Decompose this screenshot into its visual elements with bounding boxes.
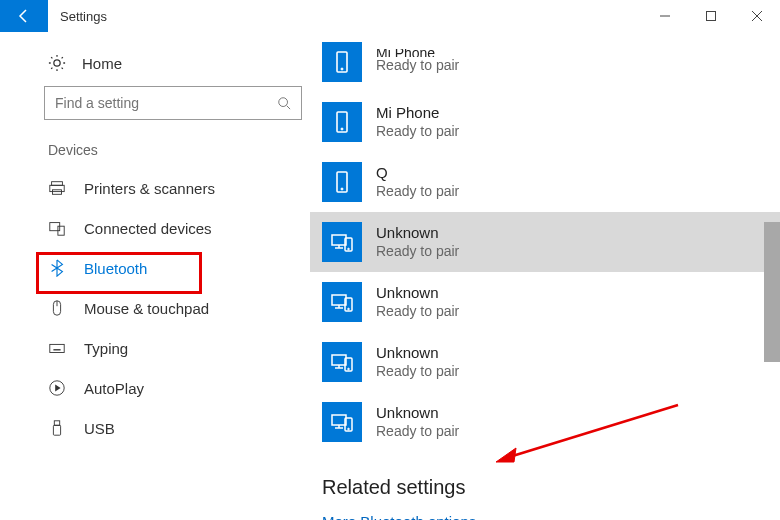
device-status: Ready to pair [376, 423, 459, 441]
related-settings: Related settings More Bluetooth options … [310, 452, 780, 520]
device-text: QReady to pair [376, 164, 459, 200]
back-button[interactable] [0, 0, 48, 32]
device-name: Mi Phone [376, 104, 459, 123]
svg-point-4 [279, 98, 288, 107]
device-text: UnknownReady to pair [376, 344, 459, 380]
main-panel: Mi PhoneReady to pairMi PhoneReady to pa… [310, 32, 780, 520]
device-tile [322, 342, 362, 382]
device-tile [322, 42, 362, 82]
sidebar-item-typing[interactable]: Typing [44, 328, 310, 368]
device-text: Mi PhoneReady to pair [376, 104, 459, 140]
device-text: UnknownReady to pair [376, 284, 459, 320]
svg-point-26 [341, 128, 343, 130]
svg-rect-6 [52, 182, 63, 186]
nav-label: Printers & scanners [84, 180, 215, 197]
category-header: Devices [44, 136, 310, 168]
device-name: Unknown [376, 224, 459, 243]
device-text: UnknownReady to pair [376, 404, 459, 440]
home-button[interactable]: Home [44, 48, 310, 86]
device-name: Mi Phone [376, 49, 459, 57]
scrollbar[interactable] [764, 32, 780, 520]
annotation-highlight [36, 252, 202, 294]
maximize-button[interactable] [688, 0, 734, 32]
minimize-button[interactable] [642, 0, 688, 32]
nav-label: Connected devices [84, 220, 212, 237]
device-list: Mi PhoneReady to pairMi PhoneReady to pa… [310, 32, 780, 452]
svg-point-33 [348, 248, 350, 250]
svg-point-43 [348, 368, 350, 370]
device-tile [322, 402, 362, 442]
svg-point-38 [348, 308, 350, 310]
nav-list: Printers & scanners Connected devices Bl… [44, 168, 310, 448]
search-input[interactable] [44, 86, 302, 120]
mouse-icon [48, 299, 66, 317]
link-bluetooth-options[interactable]: More Bluetooth options [322, 513, 780, 520]
device-status: Ready to pair [376, 303, 459, 321]
devices-icon [48, 219, 66, 237]
svg-point-48 [348, 428, 350, 430]
arrow-left-icon [16, 8, 32, 24]
home-label: Home [82, 55, 122, 72]
usb-icon [48, 419, 66, 437]
svg-rect-21 [54, 421, 59, 426]
device-name: Unknown [376, 284, 459, 303]
svg-point-28 [341, 188, 343, 190]
device-tile [322, 102, 362, 142]
svg-rect-7 [50, 185, 64, 191]
gear-icon [48, 54, 66, 72]
device-name: Q [376, 164, 459, 183]
svg-marker-20 [55, 384, 60, 391]
svg-rect-13 [50, 344, 64, 352]
device-status: Ready to pair [376, 57, 459, 75]
device-status: Ready to pair [376, 123, 459, 141]
search-icon [277, 96, 291, 110]
autoplay-icon [48, 379, 66, 397]
sidebar-item-mouse[interactable]: Mouse & touchpad [44, 288, 310, 328]
window-title: Settings [48, 0, 642, 32]
svg-rect-39 [332, 355, 346, 365]
device-status: Ready to pair [376, 183, 459, 201]
device-status: Ready to pair [376, 363, 459, 381]
device-name: Unknown [376, 404, 459, 423]
device-item[interactable]: Mi PhoneReady to pair [310, 92, 780, 152]
device-tile [322, 282, 362, 322]
device-text: UnknownReady to pair [376, 224, 459, 260]
device-item[interactable]: UnknownReady to pair [310, 392, 780, 452]
printer-icon [48, 179, 66, 197]
device-name: Unknown [376, 344, 459, 363]
device-item[interactable]: UnknownReady to pair [310, 332, 780, 392]
related-heading: Related settings [322, 476, 780, 499]
device-status: Ready to pair [376, 243, 459, 261]
maximize-icon [706, 11, 716, 21]
device-tile [322, 162, 362, 202]
sidebar-item-autoplay[interactable]: AutoPlay [44, 368, 310, 408]
nav-label: Mouse & touchpad [84, 300, 209, 317]
sidebar-item-connected[interactable]: Connected devices [44, 208, 310, 248]
minimize-icon [660, 11, 670, 21]
svg-point-24 [341, 68, 343, 70]
svg-rect-22 [53, 425, 60, 435]
nav-label: Typing [84, 340, 128, 357]
svg-rect-8 [53, 190, 62, 195]
device-item[interactable]: UnknownReady to pair [310, 212, 780, 272]
sidebar-item-usb[interactable]: USB [44, 408, 310, 448]
device-item[interactable]: QReady to pair [310, 152, 780, 212]
svg-rect-1 [707, 12, 716, 21]
device-text: Mi PhoneReady to pair [376, 49, 459, 75]
device-item[interactable]: Mi PhoneReady to pair [310, 32, 780, 92]
sidebar-item-printers[interactable]: Printers & scanners [44, 168, 310, 208]
titlebar: Settings [0, 0, 780, 32]
scrollbar-thumb[interactable] [764, 222, 780, 362]
search-field[interactable] [55, 95, 277, 111]
svg-line-5 [287, 106, 291, 110]
device-tile [322, 222, 362, 262]
keyboard-icon [48, 339, 66, 357]
svg-rect-34 [332, 295, 346, 305]
nav-label: USB [84, 420, 115, 437]
device-item[interactable]: UnknownReady to pair [310, 272, 780, 332]
close-icon [752, 11, 762, 21]
svg-rect-29 [332, 235, 346, 245]
close-button[interactable] [734, 0, 780, 32]
svg-rect-44 [332, 415, 346, 425]
nav-label: AutoPlay [84, 380, 144, 397]
